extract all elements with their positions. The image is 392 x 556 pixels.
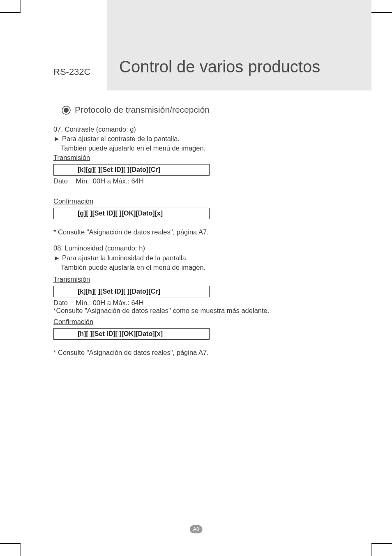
page-number: A8 [190, 525, 203, 533]
header-label: RS-232C [53, 67, 90, 77]
crop-mark [0, 12, 21, 13]
cmd08-trans-code: [k][h][ ][Set ID][ ][Dato][Cr] [78, 288, 206, 295]
bullet-circle-icon [62, 106, 71, 115]
cmd07-note: * Consulte "Asignación de datos reales",… [53, 228, 355, 236]
cmd08-note: * Consulte "Asignación de datos reales",… [53, 349, 355, 357]
cmd07-dato-label: Dato [53, 177, 74, 185]
header-banner [107, 0, 371, 90]
cmd08-heading: 08. Luminosidad (comando: h) [53, 243, 355, 253]
crop-mark [371, 12, 392, 13]
cmd08-dato-line: Dato Mín.: 00H a Máx.: 64H [53, 299, 355, 307]
crop-mark [21, 0, 21, 12]
cmd07-dato-line: Dato Mín.: 00H a Máx.: 64H [53, 177, 355, 185]
cmd07-trans-code-box: [k][g][ ][Set ID][ ][Dato][Cr] [53, 164, 210, 176]
cmd08-dato-value: Mín.: 00H a Máx.: 64H [76, 299, 144, 306]
cmd08-note-inline: *Consulte "Asignación de datos reales" c… [53, 307, 355, 315]
cmd07-heading: 07. Contraste (comando: g) [53, 125, 355, 134]
section-header: Protocolo de transmisión/recepción [62, 105, 355, 115]
crop-mark [21, 544, 21, 556]
crop-mark [371, 544, 371, 556]
cmd07-trans-label: Transmisión [53, 153, 355, 162]
cmd07-dato-value: Mín.: 00H a Máx.: 64H [76, 177, 144, 185]
cmd07-trans-code: [k][g][ ][Set ID][ ][Dato][Cr] [78, 166, 206, 174]
cmd08-dato-label: Dato [53, 299, 74, 307]
cmd08-conf-label: Confirmación [53, 317, 355, 327]
cmd08-trans-label: Transmisión [53, 275, 355, 284]
cmd07-conf-code: [g][ ][Set ID][ ][OK][Dato][x] [78, 210, 206, 217]
svg-point-1 [64, 108, 69, 113]
cmd08-desc1: ► Para ajustar la luminosidad de la pant… [53, 253, 355, 263]
cmd08-conf-code-box: [h][ ][Set ID][ ][OK][Dato][x] [53, 328, 210, 340]
header-title: Control de varios productos [119, 58, 320, 76]
crop-mark [0, 543, 21, 544]
cmd07-conf-code-box: [g][ ][Set ID][ ][OK][Dato][x] [53, 208, 210, 219]
cmd08-desc2: También puede ajustarla en el menú de im… [61, 263, 355, 272]
cmd07-desc2: También puede ajustarlo en el menú de im… [61, 144, 355, 153]
crop-mark [371, 543, 392, 544]
cmd07-desc1: ► Para ajustar el contraste de la pantal… [53, 134, 355, 144]
cmd07-conf-label: Confirmación [53, 197, 355, 206]
cmd08-conf-code: [h][ ][Set ID][ ][OK][Dato][x] [78, 330, 206, 338]
cmd08-trans-code-box: [k][h][ ][Set ID][ ][Dato][Cr] [53, 286, 210, 297]
content-area: Protocolo de transmisión/recepción 07. C… [53, 105, 355, 357]
section-title: Protocolo de transmisión/recepción [75, 105, 210, 115]
